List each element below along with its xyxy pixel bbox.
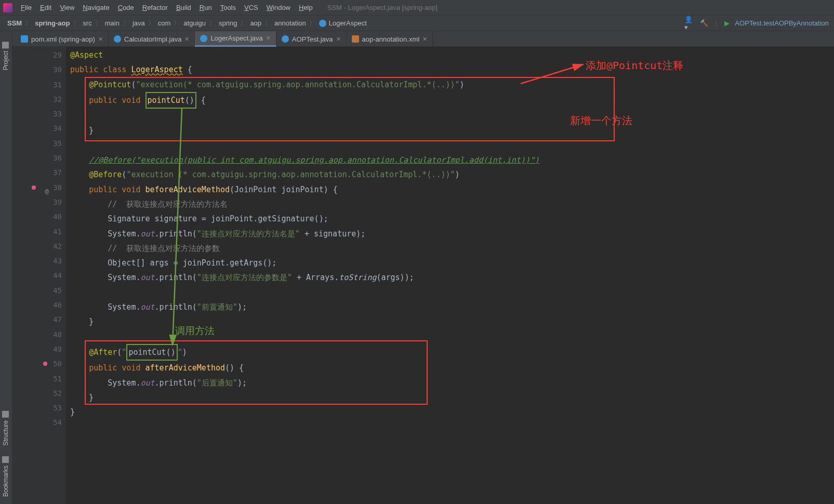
line-number: 30 xyxy=(53,62,62,77)
bookmark-icon xyxy=(3,456,9,463)
breadcrumb-spring[interactable]: spring xyxy=(217,19,239,27)
sidebar-tab-bookmarks[interactable]: Bookmarks xyxy=(0,451,11,502)
annotation-text-1: 添加@Pointcut注释 xyxy=(586,58,683,73)
menu-code[interactable]: Code xyxy=(114,4,138,11)
line-number: 51 xyxy=(53,372,62,386)
breadcrumb-src[interactable]: src xyxy=(81,19,94,27)
close-icon[interactable]: ✕ xyxy=(266,35,271,42)
editor-area: 293031323334353637@383940414243444546474… xyxy=(12,47,834,504)
code-line: } xyxy=(70,405,834,419)
tab-pom-xml--spring-aop-[interactable]: pom.xml (spring-aop)✕ xyxy=(16,31,109,47)
breadcrumb-main[interactable]: main xyxy=(103,19,122,27)
code-line xyxy=(70,109,834,123)
line-number: 38 xyxy=(53,180,62,195)
line-number: 33 xyxy=(53,107,62,121)
build-icon[interactable]: 🔨 xyxy=(700,19,708,28)
line-number: 34 xyxy=(53,121,62,136)
file-icon xyxy=(114,35,121,43)
tab-logeraspect-java[interactable]: LogerAspect.java✕ xyxy=(195,31,276,47)
breadcrumb-annotation[interactable]: annotation xyxy=(272,19,308,27)
tab-aop-annotation-xml[interactable]: aop-annotation.xml✕ xyxy=(347,31,433,47)
line-number: 48 xyxy=(53,327,62,342)
annotation-text-2: 新增一个方法 xyxy=(570,113,632,128)
close-icon[interactable]: ✕ xyxy=(98,36,103,43)
at-gutter-icon[interactable]: @ xyxy=(42,184,49,191)
navigation-bar: SSM〉spring-aop〉src〉main〉java〉com〉atguigu… xyxy=(0,16,834,31)
bean-gutter-icon[interactable] xyxy=(42,360,49,367)
tab-calculatorimpl-java[interactable]: CalculatorImpl.java✕ xyxy=(109,31,195,47)
menu-edit[interactable]: Edit xyxy=(36,4,56,11)
code-line: // 获取连接点对应方法的参数 xyxy=(70,241,834,256)
breadcrumb-logeraspect[interactable]: LogerAspect xyxy=(317,19,369,28)
file-icon xyxy=(282,35,289,43)
line-number: 32 xyxy=(53,92,62,107)
breadcrumb-aop[interactable]: aop xyxy=(248,19,263,27)
code-line: public void afterAdviceMethod() { xyxy=(70,361,834,375)
menu-navigate[interactable]: Navigate xyxy=(78,4,113,11)
line-number: 40 xyxy=(53,209,62,224)
file-icon xyxy=(200,35,207,42)
menu-refactor[interactable]: Refactor xyxy=(138,4,172,11)
file-icon xyxy=(21,35,28,43)
line-number: 53 xyxy=(53,401,62,415)
code-line: @Pointcut("execution(* com.atguigu.sprin… xyxy=(70,77,834,92)
menu-build[interactable]: Build xyxy=(172,4,195,11)
close-icon[interactable]: ✕ xyxy=(336,36,341,43)
menu-view[interactable]: View xyxy=(56,4,78,11)
line-number: 39 xyxy=(53,195,62,209)
breadcrumb-atguigu[interactable]: atguigu xyxy=(181,19,208,27)
menu-vcs[interactable]: VCS xyxy=(240,4,262,11)
code-line: } xyxy=(70,123,834,138)
code-line: @Before("execution (* com.atguigu.spring… xyxy=(70,167,834,182)
app-logo-icon xyxy=(3,3,12,12)
code-line: public void beforeAdviceMethod(JoinPoint… xyxy=(70,182,834,197)
bean-gutter-icon[interactable] xyxy=(30,184,37,191)
menu-tools[interactable]: Tools xyxy=(216,4,240,11)
menu-bar: FileEditViewNavigateCodeRefactorBuildRun… xyxy=(0,0,834,16)
code-area[interactable]: @Aspectpublic class LogerAspect { @Point… xyxy=(66,47,834,504)
gutter: 293031323334353637@383940414243444546474… xyxy=(12,47,66,504)
line-number: 43 xyxy=(53,254,62,268)
menu-run[interactable]: Run xyxy=(195,4,216,11)
sidebar-tab-structure[interactable]: Structure xyxy=(0,406,11,451)
code-line: @After("pointCut()") xyxy=(70,344,834,361)
close-icon[interactable]: ✕ xyxy=(184,36,189,43)
breadcrumb-java[interactable]: java xyxy=(130,19,147,27)
code-line: Object[] args = joinPoint.getArgs(); xyxy=(70,256,834,270)
code-line: System.out.println("后置通知"); xyxy=(70,376,834,390)
left-sidebar: Project Structure Bookmarks xyxy=(0,31,12,504)
code-line: public class LogerAspect { xyxy=(70,62,834,77)
line-number: 36 xyxy=(53,151,62,165)
window-title: SSM - LogerAspect.java [spring-aop] xyxy=(327,4,438,11)
sidebar-tab-project[interactable]: Project xyxy=(0,36,11,75)
run-config-selector[interactable]: ▶ AOPTest.testAOPByAnnotation xyxy=(724,19,829,27)
close-icon[interactable]: ✕ xyxy=(422,36,427,43)
class-icon xyxy=(319,20,326,27)
line-number: 31 xyxy=(53,77,62,92)
editor-tab-bar: pom.xml (spring-aop)✕CalculatorImpl.java… xyxy=(0,31,834,47)
code-line: } xyxy=(70,390,834,405)
line-number: 29 xyxy=(53,48,62,62)
code-line: // 获取连接点对应方法的方法名 xyxy=(70,197,834,211)
line-number: 54 xyxy=(53,415,62,430)
line-number: 47 xyxy=(53,312,62,327)
user-icon[interactable]: 👤▾ xyxy=(684,19,693,28)
menu-file[interactable]: File xyxy=(17,4,36,11)
line-number: 44 xyxy=(53,268,62,283)
line-number: 50 xyxy=(53,356,62,371)
structure-icon xyxy=(3,411,9,418)
code-line xyxy=(70,419,834,434)
menu-help[interactable]: Help xyxy=(295,4,317,11)
tab-aoptest-java[interactable]: AOPTest.java✕ xyxy=(276,31,347,47)
code-line: //@Before("execution(public int com.atgu… xyxy=(70,153,834,167)
breadcrumb-com[interactable]: com xyxy=(156,19,173,27)
line-number: 42 xyxy=(53,239,62,254)
breadcrumb-spring-aop[interactable]: spring-aop xyxy=(33,19,72,27)
line-number: 49 xyxy=(53,342,62,356)
folder-icon xyxy=(3,42,9,48)
code-line: System.out.println("前置通知"); xyxy=(70,300,834,314)
menu-window[interactable]: Window xyxy=(262,4,295,11)
file-icon xyxy=(352,35,359,43)
code-line: public void pointCut() { xyxy=(70,92,834,109)
breadcrumb-ssm[interactable]: SSM xyxy=(5,19,24,27)
